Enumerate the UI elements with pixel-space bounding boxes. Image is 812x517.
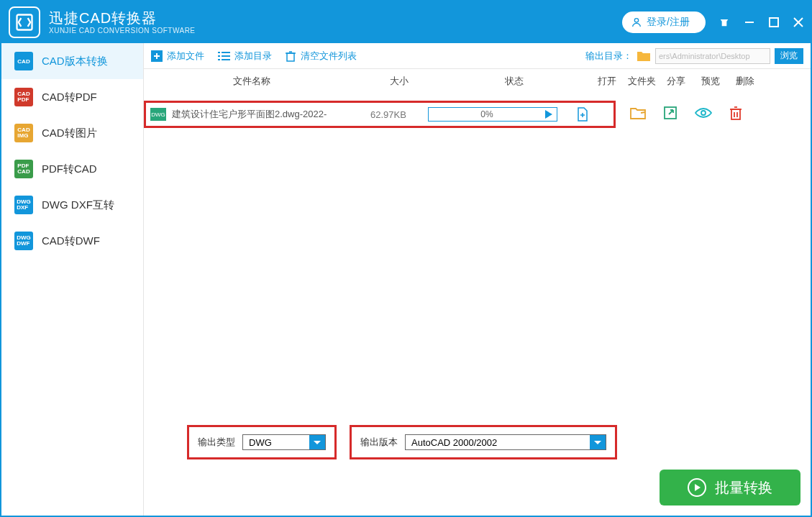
batch-convert-label: 批量转换 bbox=[715, 478, 772, 498]
close-button[interactable] bbox=[793, 17, 803, 27]
progress-bar[interactable]: 0% bbox=[428, 107, 557, 122]
output-type-group: 输出类型 DWG bbox=[187, 425, 337, 459]
user-icon bbox=[631, 17, 642, 28]
svg-rect-15 bbox=[287, 53, 294, 61]
file-list: DWG 建筑设计住宅户形平面图2.dwg-2022- 62.97KB 0% bbox=[144, 93, 811, 425]
login-button[interactable]: 登录/注册 bbox=[622, 12, 706, 33]
dwg-dwf-icon: DWGDWF bbox=[14, 232, 33, 250]
batch-convert-button[interactable]: 批量转换 bbox=[660, 470, 800, 505]
sidebar-label: CAD转DWF bbox=[42, 234, 100, 248]
sidebar-label: CAD转PDF bbox=[42, 91, 97, 104]
play-icon bbox=[545, 110, 552, 119]
titlebar: 迅捷CAD转换器 XUNJIE CAD CONVERSION SOFTWARE … bbox=[1, 1, 811, 43]
col-size: 大小 bbox=[360, 75, 439, 88]
output-version-value: AutoCAD 2000/2002 bbox=[406, 437, 503, 448]
svg-rect-3 bbox=[770, 18, 778, 27]
dwg-file-icon: DWG bbox=[150, 108, 166, 121]
pdf-cad-icon: PDFCAD bbox=[14, 160, 33, 178]
app-title: 迅捷CAD转换器 bbox=[49, 9, 196, 27]
clear-list-button[interactable]: 清空文件列表 bbox=[285, 50, 357, 63]
output-dir-input[interactable] bbox=[655, 48, 770, 64]
add-file-label: 添加文件 bbox=[167, 50, 204, 63]
add-file-button[interactable]: 添加文件 bbox=[151, 50, 204, 63]
col-folder: 文件夹 bbox=[624, 75, 659, 88]
cad-img-icon: CADIMG bbox=[14, 124, 33, 142]
browse-button[interactable]: 浏览 bbox=[775, 48, 803, 64]
share-button[interactable] bbox=[663, 106, 678, 120]
col-delete: 删除 bbox=[728, 75, 762, 88]
preview-button[interactable] bbox=[695, 107, 712, 119]
col-open: 打开 bbox=[590, 75, 624, 88]
toolbar: 添加文件 添加目录 清空文件列表 输出目录： 浏览 bbox=[144, 43, 811, 69]
cad-pdf-icon: CADPDF bbox=[14, 88, 33, 106]
delete-button[interactable] bbox=[729, 106, 742, 120]
play-circle-icon bbox=[688, 478, 706, 497]
sidebar-item-dwg-dxf[interactable]: DWGDXF DWG DXF互转 bbox=[1, 187, 143, 223]
output-version-select[interactable]: AutoCAD 2000/2002 bbox=[405, 434, 606, 450]
sidebar-item-pdf-to-cad[interactable]: PDFCAD PDF转CAD bbox=[1, 151, 143, 187]
output-type-select[interactable]: DWG bbox=[242, 434, 326, 450]
output-dir-label: 输出目录： bbox=[585, 50, 632, 63]
trash-icon bbox=[285, 50, 296, 62]
sidebar-item-cad-version[interactable]: CAD CAD版本转换 bbox=[1, 43, 143, 79]
sidebar: CAD CAD版本转换 CADPDF CAD转PDF CADIMG CAD转图片… bbox=[1, 43, 144, 516]
app-subtitle: XUNJIE CAD CONVERSION SOFTWARE bbox=[49, 27, 196, 35]
clear-list-label: 清空文件列表 bbox=[301, 50, 357, 63]
open-file-button[interactable] bbox=[576, 107, 589, 122]
output-version-label: 输出版本 bbox=[360, 436, 398, 449]
chevron-down-icon bbox=[590, 435, 606, 449]
list-icon bbox=[217, 51, 230, 61]
add-file-icon bbox=[151, 50, 163, 62]
output-options: 输出类型 DWG 输出版本 AutoCAD 2000/2002 bbox=[144, 425, 811, 470]
chevron-down-icon bbox=[309, 435, 325, 449]
output-version-group: 输出版本 AutoCAD 2000/2002 bbox=[350, 425, 617, 459]
col-filename: 文件名称 bbox=[144, 75, 360, 88]
cad-version-icon: CAD bbox=[14, 52, 33, 70]
file-row[interactable]: DWG 建筑设计住宅户形平面图2.dwg-2022- 62.97KB 0% bbox=[144, 98, 805, 128]
table-header: 文件名称 大小 状态 打开 文件夹 分享 预览 删除 bbox=[144, 69, 811, 93]
sidebar-item-cad-to-image[interactable]: CADIMG CAD转图片 bbox=[1, 115, 143, 151]
app-logo-icon bbox=[9, 6, 40, 38]
minimize-button[interactable] bbox=[744, 17, 754, 27]
file-size: 62.97KB bbox=[370, 109, 428, 120]
svg-point-1 bbox=[634, 19, 638, 22]
sidebar-label: CAD转图片 bbox=[42, 127, 97, 140]
progress-text: 0% bbox=[429, 109, 545, 119]
output-type-value: DWG bbox=[243, 437, 278, 448]
main-panel: 添加文件 添加目录 清空文件列表 输出目录： 浏览 bbox=[144, 43, 811, 516]
skin-button[interactable] bbox=[719, 17, 730, 27]
sidebar-label: CAD版本转换 bbox=[42, 55, 108, 68]
maximize-button[interactable] bbox=[769, 17, 779, 27]
col-share: 分享 bbox=[659, 75, 693, 88]
login-label: 登录/注册 bbox=[647, 16, 690, 29]
sidebar-item-cad-to-dwf[interactable]: DWGDWF CAD转DWF bbox=[1, 223, 143, 259]
file-name: 建筑设计住宅户形平面图2.dwg-2022- bbox=[172, 108, 370, 121]
sidebar-item-cad-to-pdf[interactable]: CADPDF CAD转PDF bbox=[1, 79, 143, 115]
dwg-dxf-icon: DWGDXF bbox=[14, 196, 33, 214]
open-folder-button[interactable] bbox=[630, 106, 646, 119]
add-dir-button[interactable]: 添加目录 bbox=[217, 50, 272, 63]
output-type-label: 输出类型 bbox=[198, 436, 235, 449]
sidebar-label: PDF转CAD bbox=[42, 163, 97, 176]
svg-point-21 bbox=[701, 111, 706, 115]
sidebar-label: DWG DXF互转 bbox=[42, 198, 114, 212]
add-dir-label: 添加目录 bbox=[234, 50, 272, 63]
col-preview: 预览 bbox=[693, 75, 728, 88]
col-status: 状态 bbox=[439, 75, 590, 88]
folder-icon bbox=[637, 50, 651, 62]
app-window: 迅捷CAD转换器 XUNJIE CAD CONVERSION SOFTWARE … bbox=[0, 0, 812, 517]
svg-rect-22 bbox=[731, 109, 740, 119]
